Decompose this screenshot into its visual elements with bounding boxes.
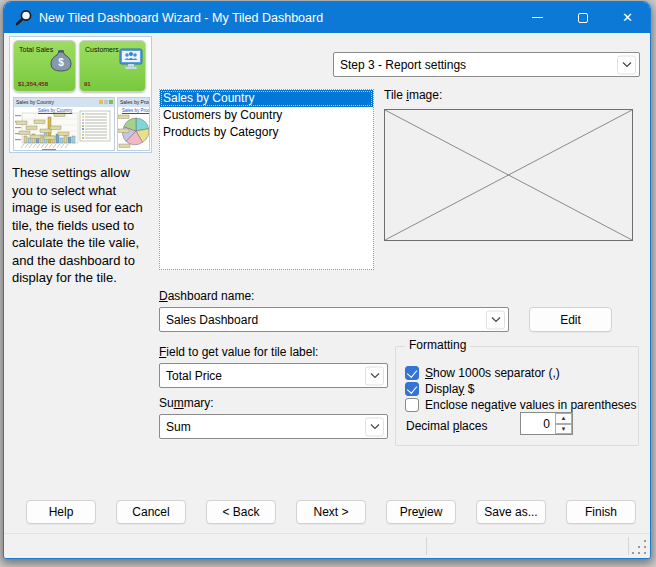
summary-dropdown[interactable]: Sum xyxy=(159,414,388,439)
mini-panel-header: Sales by Product Category xyxy=(118,98,149,107)
edit-button[interactable]: Edit xyxy=(529,307,612,332)
mini-chart-title: Sales by Country xyxy=(38,108,72,113)
checkbox-row-display-dollar[interactable]: Display $ xyxy=(405,381,474,396)
decimal-places-value: 0 xyxy=(543,413,550,434)
wizard-dialog: New Tiled Dashboard Wizard - My Tiled Da… xyxy=(3,1,651,559)
resize-grip[interactable] xyxy=(629,537,647,555)
chevron-down-icon xyxy=(486,310,505,329)
dashboard-name-dropdown[interactable]: Sales Dashboard xyxy=(159,307,509,332)
save-as-button[interactable]: Save as... xyxy=(476,500,546,524)
money-bag-icon: $ xyxy=(49,47,73,73)
title-bar[interactable]: New Tiled Dashboard Wizard - My Tiled Da… xyxy=(4,2,650,33)
display-dollar-checkbox[interactable] xyxy=(405,382,419,396)
tile-value: $1,354,458 xyxy=(18,81,48,87)
back-button[interactable]: < Back xyxy=(206,500,276,524)
close-button[interactable]: ✕ xyxy=(605,2,650,33)
summary-label: Summary: xyxy=(159,396,214,410)
chevron-down-icon xyxy=(617,55,636,74)
preview-button[interactable]: Preview xyxy=(386,500,456,524)
minimize-button[interactable] xyxy=(515,2,560,33)
cancel-button[interactable]: Cancel xyxy=(116,500,186,524)
step-selector-dropdown[interactable]: Step 3 - Report settings xyxy=(333,52,640,77)
mini-pie-chart xyxy=(118,107,150,151)
checkbox-row-negative-parentheses[interactable]: Enclose negative values in parentheses xyxy=(405,397,636,412)
step-selector-value: Step 3 - Report settings xyxy=(340,58,466,72)
next-button[interactable]: Next > xyxy=(296,500,366,524)
thousands-separator-checkbox[interactable] xyxy=(405,366,419,380)
chevron-down-icon xyxy=(365,417,384,436)
formatting-group-title: Formatting xyxy=(405,338,470,352)
list-item-customers-by-country[interactable]: Customers by Country xyxy=(160,107,373,124)
close-icon: ✕ xyxy=(622,11,633,24)
mini-bar-chart xyxy=(14,107,114,151)
help-button[interactable]: Help xyxy=(26,500,96,524)
mini-panel-header: Sales by Country xyxy=(14,98,114,107)
negative-parentheses-checkbox[interactable] xyxy=(405,398,419,412)
mini-panel-header-icons xyxy=(99,100,113,104)
report-listbox[interactable]: Sales by Country Customers by Country Pr… xyxy=(159,89,374,270)
summary-value: Sum xyxy=(166,420,191,434)
chevron-down-icon xyxy=(365,366,384,385)
monitor-users-icon xyxy=(119,47,143,73)
checkbox-label[interactable]: Show 1000s separator (,) xyxy=(425,366,560,380)
preview-panel-sales-by-product-category: Sales by Product Category Sales by Produ… xyxy=(117,97,150,151)
dashboard-name-label: Dashboard name: xyxy=(159,289,254,303)
field-label: Field to get value for tile label: xyxy=(159,345,318,359)
mini-chart-title: Sales by Product xyxy=(122,108,150,113)
decimal-places-label: Decimal places xyxy=(406,419,487,433)
dashboard-preview-thumbnail: Total Sales $ $1,354,458 Customers 91 xyxy=(9,36,152,153)
status-bar xyxy=(4,533,650,558)
decimal-places-spinner[interactable]: 0 ▲ ▼ xyxy=(520,412,573,435)
checkbox-label[interactable]: Enclose negative values in parentheses xyxy=(425,398,636,412)
checkbox-row-thousands-separator[interactable]: Show 1000s separator (,) xyxy=(405,365,560,380)
list-item-sales-by-country[interactable]: Sales by Country xyxy=(160,90,373,107)
tile-image-placeholder xyxy=(384,109,633,241)
checkbox-label[interactable]: Display $ xyxy=(425,382,474,396)
finish-button[interactable]: Finish xyxy=(566,500,636,524)
tile-value: 91 xyxy=(84,81,91,87)
preview-tile-total-sales: Total Sales $ $1,354,458 xyxy=(13,40,76,92)
list-item-products-by-category[interactable]: Products by Category xyxy=(160,124,373,141)
tile-image-label: Tile image: xyxy=(384,88,442,102)
spinner-down-button[interactable]: ▼ xyxy=(555,424,572,435)
dashboard-name-value: Sales Dashboard xyxy=(166,313,258,327)
magnifier-app-icon xyxy=(14,9,32,27)
field-dropdown[interactable]: Total Price xyxy=(159,363,388,388)
window-title: New Tiled Dashboard Wizard - My Tiled Da… xyxy=(39,11,323,25)
preview-tile-customers: Customers 91 xyxy=(79,40,146,92)
maximize-button[interactable] xyxy=(560,2,605,33)
maximize-icon xyxy=(578,13,588,23)
tile-label: Customers xyxy=(85,46,119,53)
minimize-icon xyxy=(532,17,543,18)
spinner-up-button[interactable]: ▲ xyxy=(555,413,572,424)
placeholder-cross-icon xyxy=(385,110,632,240)
step-description: These settings allow you to select what … xyxy=(12,164,162,287)
svg-text:$: $ xyxy=(58,57,64,68)
field-value: Total Price xyxy=(166,369,222,383)
status-separator xyxy=(426,537,427,555)
preview-panel-sales-by-country: Sales by Country Sales by Country xyxy=(13,97,115,151)
